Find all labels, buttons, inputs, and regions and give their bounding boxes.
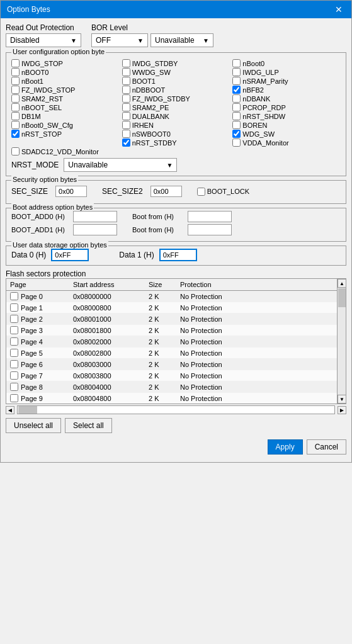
boot-from0-input[interactable] (188, 211, 232, 222)
scroll-up-button[interactable]: ▲ (338, 279, 346, 288)
scroll-right-button[interactable]: ► (338, 406, 346, 414)
cb-wdg-sw-input[interactable] (232, 130, 241, 138)
cb-iwdg-ulp-label: IWDG_ULP (242, 69, 278, 76)
cb-sram2-rst-input[interactable] (11, 94, 20, 103)
cb-dualbank: DUALBANK (122, 112, 230, 120)
cb-nboot0-sw-cfg-input[interactable] (11, 121, 20, 129)
cb-pcrop-rdp-input[interactable] (232, 103, 241, 111)
cancel-button[interactable]: Cancel (307, 439, 346, 455)
page-checkbox-input[interactable] (10, 326, 18, 334)
cb-iwdg-stop-input[interactable] (11, 59, 20, 67)
unselect-all-button[interactable]: Unselect all (6, 418, 61, 433)
cb-pcrop-rdp-label: PCROP_RDP (242, 104, 285, 111)
close-button[interactable]: ✕ (332, 4, 345, 14)
boot-add0-input[interactable] (73, 211, 117, 222)
read-out-protection-arrow: ▼ (71, 37, 77, 44)
boot-from0-label: Boot from (H) (132, 213, 183, 220)
cb-nswboot0-input[interactable] (122, 130, 130, 138)
boot-from1-label: Boot from (H) (132, 226, 183, 234)
data1-input[interactable]: 0xFF (159, 249, 197, 261)
select-all-button[interactable]: Select all (65, 418, 112, 433)
page-checkbox-input[interactable] (10, 315, 18, 323)
scroll-down-button[interactable]: ▼ (338, 395, 346, 404)
page-checkbox: Page 0 (10, 292, 73, 300)
cb-nboot0-out-input[interactable] (11, 68, 20, 76)
cb-iwdg-ulp-input[interactable] (232, 68, 241, 76)
cb-fz-iwdg-stop-input[interactable] (11, 86, 20, 94)
boot-lock-input[interactable] (197, 188, 205, 196)
security-group: Security option bytes SEC_SIZE 0x00 SEC_… (6, 180, 346, 204)
bor-unavailable-arrow: ▼ (203, 37, 209, 44)
cb-sdadc12-label: SDADC12_VDD_Monitor (21, 148, 99, 155)
page-checkbox-input[interactable] (10, 383, 18, 391)
cb-wwdg-sw-input[interactable] (122, 68, 130, 76)
cb-sdadc12-input[interactable] (11, 147, 20, 155)
data0-input[interactable]: 0xFF (51, 249, 89, 261)
bor-level-dropdown[interactable]: OFF ▼ (91, 33, 148, 47)
scroll-left-button[interactable]: ◄ (6, 406, 14, 414)
read-out-protection-dropdown[interactable]: Disabled ▼ (6, 33, 81, 47)
page-checkbox-input[interactable] (10, 303, 18, 312)
cb-nrst-stop-input[interactable] (11, 130, 20, 138)
bor-unavailable-dropdown[interactable]: Unavailable ▼ (150, 33, 213, 47)
cb-nboot0-input[interactable] (232, 59, 241, 67)
page-protection: No Protection (180, 293, 333, 300)
scroll-thumb[interactable] (338, 288, 346, 307)
cb-nboot-sel-input[interactable] (11, 103, 20, 111)
page-size: 2 K (149, 395, 180, 402)
cb-boren-input[interactable] (232, 121, 241, 129)
col-protection: Protection (180, 281, 333, 288)
cb-db1m-input[interactable] (11, 112, 20, 120)
nrst-mode-dropdown[interactable]: Unavailable ▼ (64, 158, 177, 172)
page-checkbox: Page 9 (10, 394, 73, 402)
read-out-protection-group: Read Out Protection Disabled ▼ (6, 23, 81, 47)
sec-size2-input[interactable]: 0x00 (150, 186, 182, 197)
table-row: Page 3 0x08001800 2 K No Protection (6, 325, 337, 336)
cb-nboot1: nBoot1 (11, 77, 120, 85)
col-page: Page (10, 281, 73, 288)
cb-ndbboot-input[interactable] (122, 86, 130, 94)
cb-sram2-pe-input[interactable] (122, 103, 130, 111)
boot-from1-input[interactable] (188, 224, 232, 235)
page-name: Page 6 (21, 361, 43, 368)
cb-irhen-input[interactable] (122, 121, 130, 129)
boot-add1-label: BOOT_ADD1 (H) (11, 226, 68, 234)
cb-iwdg-stop: IWDG_STOP (11, 59, 120, 67)
page-checkbox-input[interactable] (10, 371, 18, 380)
read-out-protection-value: Disabled (10, 36, 40, 45)
cb-fz-iwdg-stdby-input[interactable] (122, 94, 130, 103)
data1-label: Data 1 (H) (119, 251, 154, 259)
cb-ndbank-input[interactable] (232, 94, 241, 103)
nrst-mode-label: NRST_MODE (11, 161, 59, 169)
page-address: 0x08002000 (73, 338, 149, 346)
page-checkbox-input[interactable] (10, 292, 18, 300)
cb-nboot1-input[interactable] (11, 77, 20, 85)
cb-sram2-pe-label: SRAM2_PE (132, 104, 169, 111)
cb-nrst-stdby-input[interactable] (122, 138, 130, 147)
cb-nbfb2-input[interactable] (232, 86, 241, 94)
apply-button[interactable]: Apply (268, 439, 303, 455)
page-checkbox-input[interactable] (10, 337, 18, 346)
sec-size-input[interactable]: 0x00 (55, 186, 87, 197)
page-protection: No Protection (180, 304, 333, 312)
boot-lock-label: BOOT_LOCK (207, 188, 249, 195)
cb-nboot0-sw-cfg: nBoot0_SW_Cfg (11, 121, 120, 129)
cb-nsram-parity-input[interactable] (232, 77, 241, 85)
cb-nrst-shdw-input[interactable] (232, 112, 241, 120)
sec-size2-label: SEC_SIZE2 (102, 187, 143, 196)
boot-add1-input[interactable] (73, 224, 117, 235)
cb-vdda-monitor-input[interactable] (232, 138, 241, 147)
cb-iwdg-stdby-input[interactable] (122, 59, 130, 67)
page-checkbox-input[interactable] (10, 349, 18, 357)
page-protection: No Protection (180, 383, 333, 391)
sec-size-label: SEC_SIZE (11, 187, 48, 196)
vertical-scrollbar[interactable]: ▲ ▼ (337, 279, 346, 404)
cb-boot1-input[interactable] (122, 77, 130, 85)
cb-nsram-parity: nSRAM_Parity (232, 77, 341, 85)
page-size: 2 K (149, 304, 180, 312)
flash-table-container: Page Start address Size Protection Page … (6, 278, 346, 404)
page-checkbox-input[interactable] (10, 394, 18, 402)
page-checkbox-input[interactable] (10, 360, 18, 368)
cb-dualbank-input[interactable] (122, 112, 130, 120)
horiz-scroll-thumb[interactable] (18, 406, 37, 414)
